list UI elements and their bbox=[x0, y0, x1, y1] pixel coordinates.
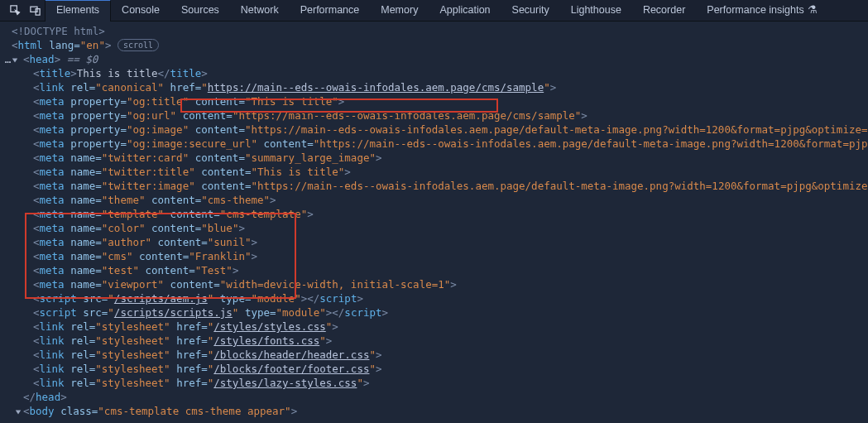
meta-theme[interactable]: <meta name="theme" content="cms-theme"> bbox=[0, 193, 868, 207]
meta-viewport[interactable]: <meta name="viewport" content="width=dev… bbox=[0, 277, 868, 291]
tab-recorder[interactable]: Recorder bbox=[632, 0, 696, 22]
script-aem[interactable]: <script src="/scripts/aem.js" type="modu… bbox=[0, 291, 868, 305]
inspect-icon[interactable] bbox=[5, 1, 25, 21]
html-open[interactable]: <html lang="en"> scroll bbox=[0, 38, 868, 52]
meta-cms[interactable]: <meta name="cms" content="Franklin"> bbox=[0, 249, 868, 263]
collapse-toggle[interactable]: … bbox=[0, 52, 23, 66]
meta-twitter-image[interactable]: <meta name="twitter:image" content="http… bbox=[0, 179, 868, 193]
tab-elements[interactable]: Elements bbox=[45, 0, 111, 22]
meta-og-title[interactable]: <meta property="og:title" content="This … bbox=[0, 94, 868, 108]
scroll-pill: scroll bbox=[117, 39, 159, 51]
elements-tree[interactable]: <!DOCTYPE html> <html lang="en"> scroll … bbox=[0, 22, 868, 418]
link-fonts[interactable]: <link rel="stylesheet" href="/styles/fon… bbox=[0, 334, 868, 348]
device-toggle-icon[interactable] bbox=[25, 1, 45, 21]
tab-memory[interactable]: Memory bbox=[370, 0, 429, 22]
meta-og-url[interactable]: <meta property="og:url" content="https:/… bbox=[0, 108, 868, 123]
selected-indicator: == $0 bbox=[60, 53, 98, 65]
meta-og-image[interactable]: <meta property="og:image" content="https… bbox=[0, 123, 868, 137]
link-header-css[interactable]: <link rel="stylesheet" href="/blocks/hea… bbox=[0, 348, 868, 362]
head-open[interactable]: …<head> == $0 bbox=[0, 52, 868, 66]
tab-console[interactable]: Console bbox=[111, 0, 170, 22]
tab-network[interactable]: Network bbox=[230, 0, 290, 22]
doctype-node[interactable]: <!DOCTYPE html> bbox=[0, 24, 868, 38]
meta-test[interactable]: <meta name="test" content="Test"> bbox=[0, 263, 868, 277]
meta-template[interactable]: <meta name="template" content="cms-templ… bbox=[0, 207, 868, 221]
tab-performance[interactable]: Performance bbox=[290, 0, 371, 22]
link-footer-css[interactable]: <link rel="stylesheet" href="/blocks/foo… bbox=[0, 362, 868, 376]
body-open[interactable]: <body class="cms-template cms-theme appe… bbox=[0, 404, 868, 418]
head-close[interactable]: </head> bbox=[0, 390, 868, 404]
meta-og-image-secure[interactable]: <meta property="og:image:secure_url" con… bbox=[0, 137, 868, 151]
tab-performance-insights[interactable]: Performance insights⚗ bbox=[696, 0, 827, 22]
title-node[interactable]: <title>This is title</title> bbox=[0, 66, 868, 80]
meta-twitter-card[interactable]: <meta name="twitter:card" content="summa… bbox=[0, 151, 868, 165]
link-canonical[interactable]: <link rel="canonical" href="https://main… bbox=[0, 80, 868, 94]
tab-application[interactable]: Application bbox=[429, 0, 501, 22]
flask-icon: ⚗ bbox=[808, 4, 818, 16]
link-lazy-css[interactable]: <link rel="stylesheet" href="/styles/laz… bbox=[0, 376, 868, 390]
meta-color[interactable]: <meta name="color" content="blue"> bbox=[0, 221, 868, 235]
link-styles[interactable]: <link rel="stylesheet" href="/styles/sty… bbox=[0, 320, 868, 334]
collapse-toggle[interactable] bbox=[0, 404, 23, 418]
devtools-tabs: Elements Console Sources Network Perform… bbox=[0, 0, 868, 22]
tab-lighthouse[interactable]: Lighthouse bbox=[560, 0, 632, 22]
meta-twitter-title[interactable]: <meta name="twitter:title" content="This… bbox=[0, 165, 868, 179]
meta-author[interactable]: <meta name="author" content="sunil"> bbox=[0, 235, 868, 249]
tab-security[interactable]: Security bbox=[501, 0, 560, 22]
tab-sources[interactable]: Sources bbox=[170, 0, 230, 22]
script-scripts[interactable]: <script src="/scripts/scripts.js" type="… bbox=[0, 305, 868, 320]
